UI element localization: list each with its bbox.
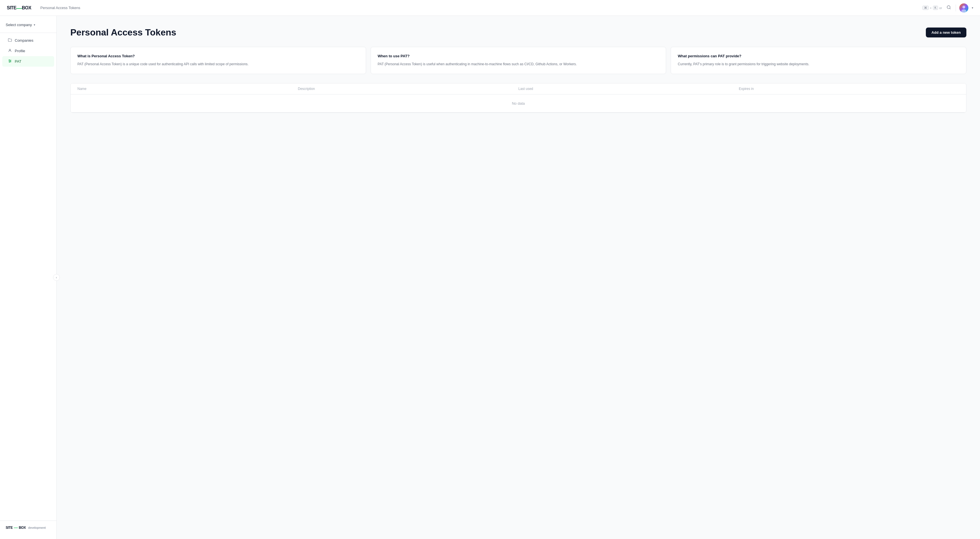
- info-card-when-body: PAT (Personal Access Token) is useful wh…: [378, 62, 659, 67]
- avatar[interactable]: [959, 3, 968, 13]
- info-card-what-body: PAT (Personal Access Token) is a unique …: [77, 62, 359, 67]
- select-company-dropdown[interactable]: Select company ▾: [0, 21, 56, 33]
- logo-s: S: [7, 5, 10, 11]
- select-company-label: Select company: [6, 23, 32, 27]
- svg-point-4: [10, 49, 11, 51]
- sidebar: Select company ▾ Companies Profile: [0, 16, 57, 539]
- col-expires-in: Expires in: [739, 87, 959, 91]
- page-header: Personal Access Tokens Add a new token: [70, 27, 966, 38]
- sidebar-item-pat-label: PAT: [15, 59, 21, 64]
- col-last-used: Last used: [519, 87, 739, 91]
- logo-ite: ITE: [10, 5, 16, 11]
- sliders-icon: [8, 59, 12, 64]
- keyboard-shortcut: ⌘ + K or: [923, 6, 942, 10]
- col-name: Name: [77, 87, 298, 91]
- main-content: Personal Access Tokens Add a new token W…: [57, 16, 980, 539]
- logo: S ITE — BOX: [7, 5, 31, 11]
- info-cards-grid: What is Personal Access Token? PAT (Pers…: [70, 47, 966, 74]
- info-card-when: When to use PAT? PAT (Personal Access To…: [371, 47, 667, 74]
- info-card-what-title: What is Personal Access Token?: [77, 54, 359, 58]
- nav-page-title: Personal Access Tokens: [40, 6, 80, 10]
- svg-point-8: [9, 60, 10, 60]
- cmd-key: ⌘: [923, 6, 929, 10]
- sidebar-item-profile[interactable]: Profile: [2, 46, 54, 56]
- table-header: Name Description Last used Expires in: [71, 83, 966, 94]
- k-key: K: [933, 6, 938, 10]
- tokens-table: Name Description Last used Expires in No…: [70, 83, 966, 113]
- nav-divider: [956, 5, 956, 11]
- sidebar-item-companies-label: Companies: [15, 38, 33, 43]
- search-button[interactable]: [945, 4, 952, 12]
- footer-logo-text: SITE: [6, 526, 13, 529]
- info-card-permissions-body: Currently, PAT's primary role is to gran…: [678, 62, 959, 67]
- page-title: Personal Access Tokens: [70, 27, 177, 38]
- plus-sign: +: [930, 6, 932, 10]
- col-description: Description: [298, 87, 519, 91]
- select-company-chevron-icon: ▾: [34, 23, 35, 26]
- info-card-when-title: When to use PAT?: [378, 54, 659, 58]
- footer-logo-dash-icon: —: [14, 525, 18, 530]
- footer-logo: SITE — BOX development: [6, 525, 51, 530]
- svg-point-2: [963, 6, 965, 8]
- svg-point-0: [947, 6, 950, 9]
- table-empty-state: No data: [71, 94, 966, 113]
- sidebar-collapse-button[interactable]: ‹: [53, 274, 60, 281]
- add-new-token-button[interactable]: Add a new token: [926, 27, 966, 37]
- sidebar-footer: SITE — BOX development: [0, 521, 56, 534]
- or-label: or: [939, 6, 942, 10]
- user-icon: [8, 48, 12, 53]
- footer-env-label: development: [28, 526, 46, 529]
- user-menu-chevron-icon[interactable]: ▾: [972, 6, 973, 10]
- topnav-right: ⌘ + K or: [923, 3, 973, 13]
- sidebar-item-companies[interactable]: Companies: [2, 35, 54, 46]
- sidebar-item-pat[interactable]: PAT: [2, 56, 54, 67]
- footer-logo-box: BOX: [19, 526, 26, 529]
- logo-dash-icon: —: [16, 5, 22, 11]
- topnav-left: S ITE — BOX Personal Access Tokens: [7, 5, 80, 11]
- folder-icon: [8, 38, 12, 43]
- info-card-what: What is Personal Access Token? PAT (Pers…: [70, 47, 366, 74]
- top-navigation: S ITE — BOX Personal Access Tokens ⌘ + K…: [0, 0, 980, 16]
- svg-point-9: [10, 61, 11, 61]
- layout: Select company ▾ Companies Profile: [0, 16, 980, 539]
- info-card-permissions: What permissions can PAT provide? Curren…: [671, 47, 966, 74]
- svg-point-10: [10, 62, 10, 62]
- sidebar-item-profile-label: Profile: [15, 49, 25, 53]
- info-card-permissions-title: What permissions can PAT provide?: [678, 54, 959, 58]
- logo-box: BOX: [22, 5, 31, 11]
- collapse-icon: ‹: [56, 276, 57, 279]
